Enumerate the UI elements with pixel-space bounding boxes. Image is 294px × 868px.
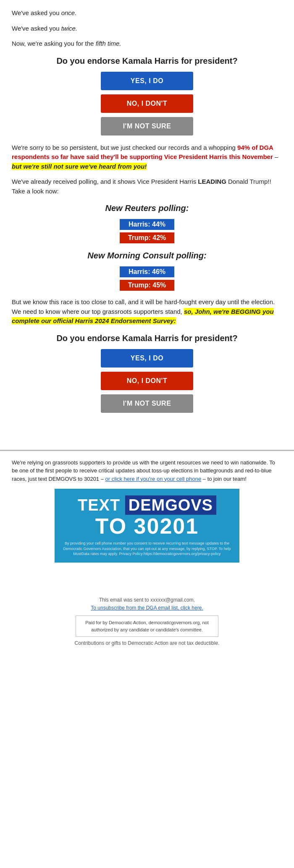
button-group-1: YES, I DO NO, I DON'T I'M NOT SURE bbox=[12, 72, 282, 136]
question2-heading: Do you endorse Kamala Harris for preside… bbox=[12, 334, 282, 343]
banner-line1: TEXT DEMGOVS bbox=[63, 496, 231, 514]
twice-text: twice. bbox=[61, 25, 77, 32]
body-paragraph-2: We've already received polling, and it s… bbox=[12, 177, 282, 196]
body1-highlight: but we're still not sure we've heard fro… bbox=[12, 163, 147, 170]
banner-fine-print: By providing your cell phone number you … bbox=[63, 541, 231, 557]
reuters-poll: Harris: 44% Trump: 42% bbox=[120, 219, 174, 243]
body2-before: We've already received polling, and it s… bbox=[12, 178, 198, 185]
reuters-heading: New Reuters polling: bbox=[12, 203, 282, 213]
notsure-button-2[interactable]: I'M NOT SURE bbox=[101, 394, 193, 413]
intro-line2: We've asked you twice. bbox=[12, 24, 282, 34]
reuters-trump-row: Trump: 42% bbox=[120, 232, 174, 243]
email-unsubscribe[interactable]: To unsubscribe from the DGA email list, … bbox=[12, 604, 282, 612]
body-paragraph-3: But we know this race is too close to ca… bbox=[12, 297, 282, 326]
question1-heading: Do you endorse Kamala Harris for preside… bbox=[12, 56, 282, 66]
intro-line1: We've asked you once. bbox=[12, 8, 282, 18]
text-banner: TEXT DEMGOVS TO 30201 By providing your … bbox=[55, 489, 239, 563]
reuters-poll-row: Harris: 44% bbox=[120, 219, 174, 231]
button-group-2: YES, I DO NO, I DON'T I'M NOT SURE bbox=[12, 349, 282, 413]
fifth-time-text: fifth time. bbox=[96, 40, 121, 47]
body-paragraph-1: We're sorry to be so persistent, but we … bbox=[12, 143, 282, 172]
email-footer: This email was sent to xxxxxx@gmail.com.… bbox=[12, 596, 282, 612]
footer-after: – to join our team! bbox=[201, 476, 247, 482]
no-button-1[interactable]: NO, I DON'T bbox=[101, 94, 193, 113]
reuters-harris: Harris: 44% bbox=[120, 219, 174, 230]
mc-harris: Harris: 46% bbox=[120, 266, 174, 277]
body1-dash: – bbox=[273, 153, 278, 160]
body1-before: We're sorry to be so persistent, but we … bbox=[12, 144, 237, 151]
yes-button-1[interactable]: YES, I DO bbox=[101, 72, 193, 90]
no-button-2[interactable]: NO, I DON'T bbox=[101, 372, 193, 390]
spacer bbox=[12, 420, 282, 433]
banner-line2: TO 30201 bbox=[63, 514, 231, 538]
yes-button-2[interactable]: YES, I DO bbox=[101, 349, 193, 368]
mc-trump-row: Trump: 45% bbox=[120, 280, 174, 291]
footer-link[interactable]: or click here if you're on your cell pho… bbox=[105, 476, 202, 482]
intro-line3: Now, we're asking you for the fifth time… bbox=[12, 39, 282, 49]
morning-consult-heading: New Morning Consult polling: bbox=[12, 251, 282, 261]
email-sent-to: This email was sent to xxxxxx@gmail.com. bbox=[12, 596, 282, 604]
mc-harris-row: Harris: 46% bbox=[120, 266, 174, 279]
banner-text-prefix: TEXT bbox=[78, 496, 125, 514]
once-text: once. bbox=[61, 9, 77, 16]
paid-box: Paid for by Democratic Action, democrati… bbox=[76, 615, 218, 637]
contributions-text: Contributions or gifts to Democratic Act… bbox=[12, 640, 282, 646]
body2-bold: LEADING bbox=[198, 178, 226, 185]
notsure-button-1[interactable]: I'M NOT SURE bbox=[101, 117, 193, 136]
footer-section: We're relying on grassroots supporters t… bbox=[0, 450, 294, 657]
reuters-trump: Trump: 42% bbox=[120, 232, 174, 243]
mc-trump: Trump: 45% bbox=[120, 280, 174, 291]
footer-paragraph: We're relying on grassroots supporters t… bbox=[12, 459, 282, 483]
morning-consult-poll: Harris: 46% Trump: 45% bbox=[120, 266, 174, 291]
spacer-2 bbox=[12, 567, 282, 579]
spacer-3 bbox=[12, 579, 282, 592]
banner-demgovs: DEMGOVS bbox=[125, 495, 216, 515]
